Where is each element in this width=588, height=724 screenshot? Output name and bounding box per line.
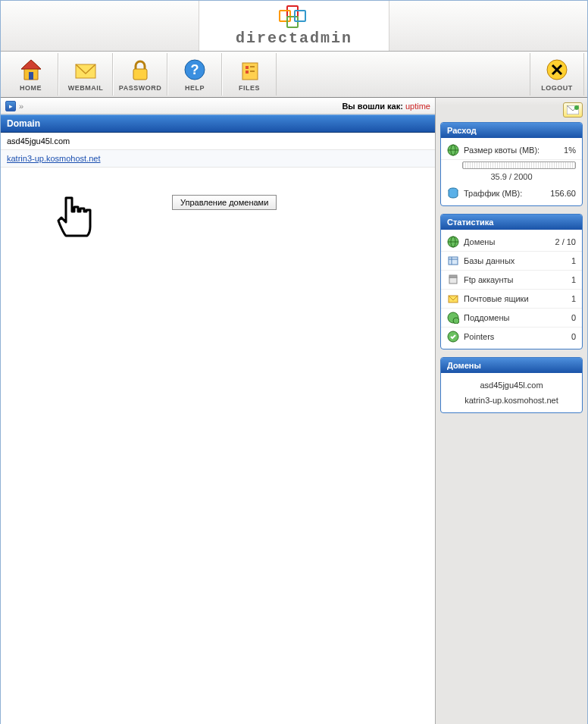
stat-value: 0 bbox=[546, 332, 576, 341]
pointer-icon bbox=[447, 331, 459, 343]
password-label: PASSWORD bbox=[119, 84, 161, 92]
files-button[interactable]: FILES bbox=[222, 53, 277, 96]
svg-rect-8 bbox=[246, 66, 249, 69]
stat-label: Ftp аккаунты bbox=[464, 275, 546, 284]
domains-panel: Домены asd45jgu45l.comkatrin3-up.kosmoho… bbox=[440, 357, 583, 413]
envelope-icon bbox=[567, 105, 579, 114]
quota-progress-bar bbox=[462, 161, 576, 169]
svg-rect-10 bbox=[250, 66, 255, 67]
manage-domains-button[interactable]: Управление доменами bbox=[172, 195, 277, 210]
webmail-button[interactable]: WEBMAIL bbox=[58, 53, 113, 96]
stat-label: Почтовые ящики bbox=[464, 294, 546, 303]
domains-panel-title: Домены bbox=[441, 358, 582, 373]
usage-panel: Расход Размер квоты (MB): 1% 35.9 / 2000… bbox=[440, 122, 583, 206]
stat-label: Pointers bbox=[464, 332, 546, 341]
subdomain-icon bbox=[447, 312, 459, 324]
quota-pct: 1% bbox=[546, 146, 576, 155]
svg-point-16 bbox=[574, 105, 579, 110]
svg-rect-9 bbox=[246, 71, 249, 74]
stat-row: Ftp аккаунты1 bbox=[441, 271, 582, 290]
messages-button[interactable] bbox=[563, 102, 583, 118]
stat-row: Базы данных1 bbox=[441, 252, 582, 271]
svg-rect-4 bbox=[133, 69, 147, 80]
header-bar: directadmin bbox=[1, 1, 587, 51]
directadmin-icon bbox=[279, 5, 309, 28]
ftp-icon bbox=[447, 274, 459, 286]
quota-text: 35.9 / 2000 bbox=[441, 171, 582, 184]
database-icon bbox=[447, 255, 459, 267]
stat-row: Домены2 / 10 bbox=[441, 233, 582, 252]
traffic-val: 156.60 bbox=[546, 189, 576, 198]
mail-icon bbox=[73, 57, 99, 83]
logout-label: LOGOUT bbox=[541, 84, 573, 92]
quota-label: Размер квоты (MB): bbox=[464, 146, 546, 155]
main-toolbar: HOME WEBMAIL PASSWORD ? HELP FILES LOGOU… bbox=[1, 51, 587, 98]
breadcrumb-sep: » bbox=[19, 102, 23, 111]
stat-row: Pointers0 bbox=[441, 328, 582, 346]
svg-marker-1 bbox=[21, 60, 41, 69]
stats-panel-title: Статистика bbox=[441, 215, 582, 230]
files-label: FILES bbox=[239, 84, 260, 92]
svg-rect-2 bbox=[29, 72, 33, 80]
stat-value: 1 bbox=[546, 256, 576, 265]
home-icon bbox=[18, 57, 44, 83]
help-icon: ? bbox=[182, 57, 208, 83]
breadcrumb-home-icon[interactable]: ▸ bbox=[5, 101, 16, 111]
webmail-label: WEBMAIL bbox=[68, 84, 104, 92]
domain-row: asd45jgu45l.com bbox=[1, 133, 435, 150]
login-as-user: uptime bbox=[405, 102, 430, 111]
folder-icon bbox=[236, 57, 262, 83]
svg-text:?: ? bbox=[191, 62, 199, 77]
home-label: HOME bbox=[20, 84, 42, 92]
stat-row: Поддомены0 bbox=[441, 309, 582, 328]
breadcrumb: ▸ » Вы вошли как: uptime bbox=[1, 98, 435, 114]
mailbox-icon bbox=[447, 293, 459, 305]
stat-value: 1 bbox=[546, 275, 576, 284]
cursor-hand-icon bbox=[54, 195, 92, 240]
stat-label: Домены bbox=[464, 237, 546, 246]
svg-rect-28 bbox=[449, 275, 457, 277]
stat-row: Почтовые ящики1 bbox=[441, 290, 582, 309]
disk-icon bbox=[447, 187, 459, 199]
stat-value: 0 bbox=[546, 313, 576, 322]
domain-section-header: Domain bbox=[1, 114, 435, 133]
stat-label: Поддомены bbox=[464, 313, 546, 322]
domain-link[interactable]: katrin3-up.kosmohost.net bbox=[7, 154, 101, 163]
login-as-label: Вы вошли как: bbox=[342, 102, 403, 111]
svg-rect-11 bbox=[250, 71, 255, 72]
domain-row: katrin3-up.kosmohost.net bbox=[1, 150, 435, 168]
help-button[interactable]: ? HELP bbox=[167, 53, 222, 96]
help-label: HELP bbox=[185, 84, 205, 92]
brand-logo: directadmin bbox=[199, 1, 389, 51]
svg-point-31 bbox=[453, 318, 459, 324]
stat-value: 2 / 10 bbox=[546, 237, 576, 246]
logout-icon bbox=[544, 57, 570, 83]
svg-rect-24 bbox=[449, 257, 458, 265]
globe-icon bbox=[447, 236, 459, 248]
stats-panel: Статистика Домены2 / 10Базы данных1Ftp а… bbox=[440, 214, 583, 349]
logout-button[interactable]: LOGOUT bbox=[530, 53, 584, 96]
traffic-label: Траффик (MB): bbox=[464, 189, 546, 198]
svg-rect-27 bbox=[449, 277, 457, 284]
stat-value: 1 bbox=[546, 294, 576, 303]
usage-panel-title: Расход bbox=[441, 123, 582, 138]
domain-name: asd45jgu45l.com bbox=[7, 136, 70, 146]
stat-label: Базы данных bbox=[464, 256, 546, 265]
lock-icon bbox=[127, 57, 153, 83]
brand-text: directadmin bbox=[236, 30, 352, 47]
globe-icon bbox=[447, 144, 459, 156]
home-button[interactable]: HOME bbox=[4, 53, 58, 96]
password-button[interactable]: PASSWORD bbox=[113, 53, 167, 96]
domain-list-item[interactable]: asd45jgu45l.com bbox=[446, 378, 577, 393]
domain-list-item[interactable]: katrin3-up.kosmohost.net bbox=[446, 393, 577, 408]
